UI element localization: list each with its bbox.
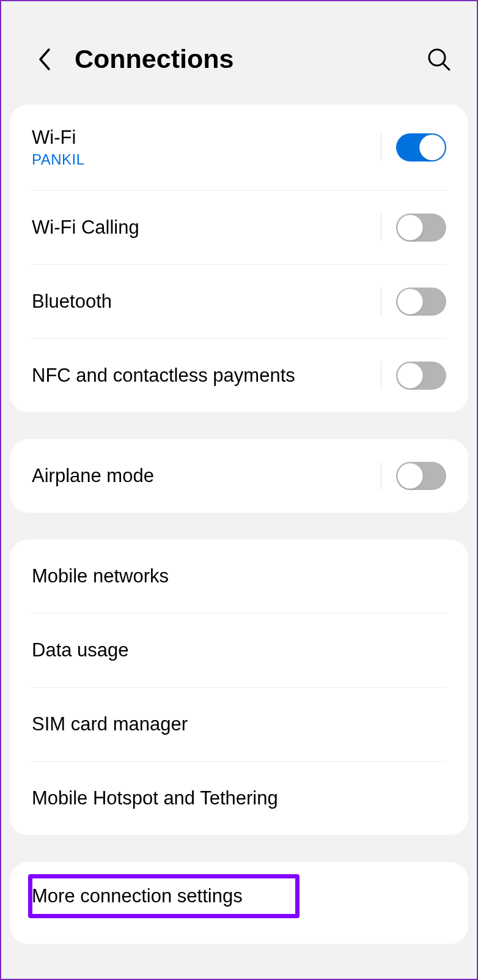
airplane-mode-row[interactable]: Airplane mode <box>10 439 468 513</box>
settings-group-1: Wi-Fi PANKIL Wi-Fi Calling Bluetooth NFC… <box>10 105 468 412</box>
wifi-label: Wi-Fi <box>32 127 381 149</box>
wifi-network-name: PANKIL <box>32 151 381 168</box>
mobile-hotspot-label: Mobile Hotspot and Tethering <box>32 787 446 809</box>
sim-card-manager-row[interactable]: SIM card manager <box>10 688 468 761</box>
nfc-toggle[interactable] <box>396 362 446 390</box>
row-text: Mobile networks <box>32 565 446 587</box>
toggle-knob <box>419 135 445 160</box>
settings-group-3: Mobile networks Data usage SIM card mana… <box>10 540 468 835</box>
row-text: Bluetooth <box>32 291 381 313</box>
chevron-left-icon <box>37 47 51 72</box>
row-text: SIM card manager <box>32 713 446 735</box>
bluetooth-toggle[interactable] <box>396 288 446 316</box>
more-connection-settings-label: More connection settings <box>32 885 446 907</box>
divider <box>381 213 381 242</box>
row-text: Data usage <box>32 639 446 661</box>
bluetooth-label: Bluetooth <box>32 291 381 313</box>
back-button[interactable] <box>32 47 56 72</box>
row-text: Wi-Fi Calling <box>32 217 381 239</box>
wifi-toggle[interactable] <box>396 133 446 161</box>
data-usage-label: Data usage <box>32 639 446 661</box>
wifi-calling-toggle[interactable] <box>396 213 446 242</box>
row-text: Mobile Hotspot and Tethering <box>32 787 446 809</box>
search-button[interactable] <box>425 46 452 73</box>
sim-card-manager-label: SIM card manager <box>32 713 446 735</box>
header: Connections <box>1 1 477 105</box>
divider <box>381 362 381 390</box>
settings-group-4: More connection settings <box>10 862 468 944</box>
wifi-row[interactable]: Wi-Fi PANKIL <box>10 105 468 190</box>
divider <box>381 462 381 490</box>
toggle-knob <box>397 289 423 314</box>
page-title: Connections <box>75 44 407 74</box>
nfc-label: NFC and contactless payments <box>32 365 381 387</box>
row-text: Wi-Fi PANKIL <box>32 127 381 168</box>
wifi-calling-row[interactable]: Wi-Fi Calling <box>10 191 468 264</box>
divider <box>381 133 381 161</box>
wifi-calling-label: Wi-Fi Calling <box>32 217 381 239</box>
row-text: NFC and contactless payments <box>32 365 381 387</box>
toggle-knob <box>397 215 423 240</box>
airplane-mode-toggle[interactable] <box>396 462 446 490</box>
row-text: More connection settings <box>32 885 446 907</box>
nfc-row[interactable]: NFC and contactless payments <box>10 339 468 412</box>
data-usage-row[interactable]: Data usage <box>10 614 468 687</box>
search-icon <box>427 47 451 72</box>
bluetooth-row[interactable]: Bluetooth <box>10 265 468 338</box>
row-text: Airplane mode <box>32 465 381 487</box>
settings-group-2: Airplane mode <box>10 439 468 513</box>
svg-line-1 <box>443 64 449 70</box>
mobile-networks-row[interactable]: Mobile networks <box>10 540 468 613</box>
airplane-mode-label: Airplane mode <box>32 465 381 487</box>
toggle-knob <box>397 463 423 489</box>
mobile-networks-label: Mobile networks <box>32 565 446 587</box>
divider <box>381 288 381 316</box>
more-connection-settings-row[interactable]: More connection settings <box>10 885 468 907</box>
mobile-hotspot-row[interactable]: Mobile Hotspot and Tethering <box>10 762 468 835</box>
toggle-knob <box>397 363 423 388</box>
